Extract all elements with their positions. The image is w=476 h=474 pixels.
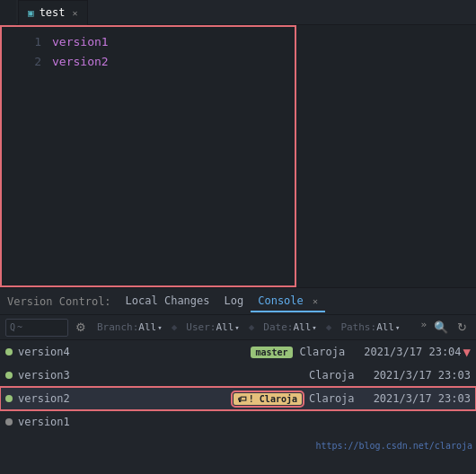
tag-claroja-yellow: 🏷 ! Claroja bbox=[234, 393, 302, 405]
search-box[interactable]: Q ~ bbox=[5, 319, 68, 337]
commit-tags: master bbox=[251, 347, 292, 358]
download-arrow: ▼ bbox=[463, 345, 471, 359]
bottom-panel: Version Control: Local Changes Log Conso… bbox=[0, 287, 476, 474]
code-lines[interactable]: version1 version2 bbox=[52, 32, 476, 72]
commit-dot bbox=[5, 395, 13, 402]
commit-message: version1 bbox=[18, 416, 302, 428]
console-tab-close[interactable]: ✕ bbox=[313, 296, 318, 306]
editor-tab-test[interactable]: ▣ test ✕ bbox=[18, 0, 88, 25]
tag-master: master bbox=[251, 347, 292, 358]
commit-row-version1[interactable]: version1 bbox=[0, 410, 476, 434]
commit-date: 2021/3/17 23:03 bbox=[363, 369, 471, 382]
commit-dot bbox=[5, 348, 13, 356]
user-dropdown-icon: ▾ bbox=[234, 323, 239, 332]
file-icon: ▣ bbox=[28, 7, 34, 19]
commit-row-version2[interactable]: version2 🏷 ! Claroja Claroja 2021/3/17 2… bbox=[0, 387, 476, 410]
date-dropdown-icon: ▾ bbox=[312, 323, 316, 332]
commit-message: version3 bbox=[18, 369, 302, 382]
date-filter[interactable]: Date: All ▾ bbox=[260, 321, 320, 333]
commit-date: 2021/3/17 23:03 bbox=[363, 392, 471, 405]
editor-area: ▣ test ✕ 1 2 version1 version2 bbox=[0, 0, 476, 287]
user-filter[interactable]: User: All ▾ bbox=[182, 321, 242, 333]
commit-dot bbox=[5, 418, 13, 426]
code-line-2: version2 bbox=[52, 52, 476, 72]
tab-console[interactable]: Console ✕ bbox=[251, 291, 325, 312]
more-button[interactable]: » bbox=[419, 319, 428, 336]
branch-dropdown-icon: ▾ bbox=[157, 323, 162, 332]
settings-button[interactable]: ⚙ bbox=[72, 319, 90, 336]
commit-dot bbox=[5, 372, 13, 379]
commit-date: 2021/3/17 23:04 bbox=[354, 346, 462, 358]
commit-author: Claroja bbox=[300, 346, 354, 358]
toolbar-actions: » 🔍 ↻ bbox=[419, 319, 471, 336]
paths-filter[interactable]: Paths: All ▾ bbox=[337, 321, 403, 333]
commit-row-version4[interactable]: version4 master Claroja 2021/3/17 23:04 … bbox=[0, 340, 476, 364]
code-line-1: version1 bbox=[52, 32, 476, 52]
editor-tab-bar: ▣ test ✕ bbox=[16, 0, 476, 25]
vc-label: Version Control: bbox=[7, 295, 111, 308]
commit-author: Claroja bbox=[309, 369, 363, 382]
tab-close-icon[interactable]: ✕ bbox=[73, 8, 78, 18]
line-number-1: 1 bbox=[16, 32, 41, 52]
tag-label: ! Claroja bbox=[249, 394, 297, 404]
search-suffix: ~ bbox=[17, 322, 22, 332]
paths-dropdown-icon: ▾ bbox=[395, 323, 400, 332]
vc-tabs: Version Control: Local Changes Log Conso… bbox=[0, 288, 476, 315]
commit-list[interactable]: version4 master Claroja 2021/3/17 23:04 … bbox=[0, 340, 476, 474]
commit-message: version2 bbox=[18, 392, 234, 405]
commit-row-version3[interactable]: version3 Claroja 2021/3/17 23:03 bbox=[0, 364, 476, 387]
tab-label: test bbox=[40, 6, 66, 19]
tab-local-changes[interactable]: Local Changes bbox=[119, 291, 217, 312]
refresh-button[interactable]: ↻ bbox=[454, 319, 471, 336]
code-content: 1 2 version1 version2 bbox=[16, 25, 476, 79]
tag-flag-icon: 🏷 bbox=[238, 394, 247, 404]
branch-filter[interactable]: Branch: All ▾ bbox=[93, 321, 166, 333]
commit-message: version4 bbox=[18, 346, 251, 358]
search-icon: Q bbox=[10, 322, 15, 332]
commit-tags: 🏷 ! Claroja bbox=[234, 393, 302, 405]
search-button[interactable]: 🔍 bbox=[430, 319, 452, 336]
commit-author: Claroja bbox=[309, 392, 363, 405]
line-numbers: 1 2 bbox=[16, 32, 52, 72]
tab-log[interactable]: Log bbox=[217, 291, 251, 312]
vc-toolbar: Q ~ ⚙ Branch: All ▾ ◆ User: All ▾ ◆ Date… bbox=[0, 315, 476, 340]
line-number-2: 2 bbox=[16, 52, 41, 72]
